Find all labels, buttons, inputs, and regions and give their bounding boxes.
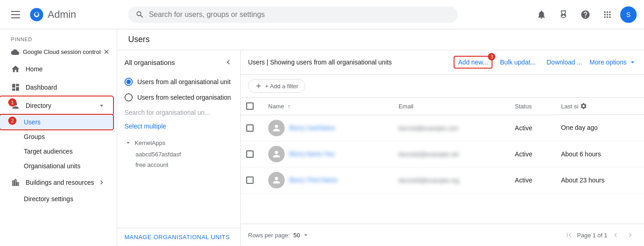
more-options-chevron-icon: [628, 58, 637, 66]
plus-icon: [255, 82, 262, 90]
rows-per-page-label: Rows per page:: [248, 232, 290, 239]
row-checkbox[interactable]: [246, 150, 254, 158]
logo-wrap[interactable]: Admin: [29, 7, 76, 22]
google-logo-icon: [29, 7, 44, 22]
sidebar-item-directory-label: Directory: [26, 102, 51, 109]
table-container: Name ↑ Email Status Last si: [241, 98, 644, 224]
all-organisations-title: All organisations: [124, 59, 175, 66]
person-avatar-icon: [271, 175, 281, 185]
hourglass-button[interactable]: [554, 5, 573, 24]
radio-selected-orgs[interactable]: Users from selected organisation: [117, 90, 240, 105]
last-signin-value: One day ago: [561, 124, 598, 131]
sidebar: PINNED Google Cloud session control ✕ Ho…: [0, 29, 117, 246]
notifications-button[interactable]: [532, 5, 551, 24]
org-sub-item-2[interactable]: free account: [135, 160, 233, 170]
org-sub: aabcd567asfdasf free account: [124, 149, 233, 170]
avatar-button[interactable]: S: [620, 6, 637, 23]
help-icon: [580, 10, 590, 20]
add-new-button[interactable]: Add new... 3: [454, 56, 492, 69]
user-name: Blurry UserName: [289, 124, 335, 131]
status-column-header[interactable]: Status: [509, 98, 556, 115]
next-page-icon: [626, 231, 634, 239]
user-avatar: [268, 120, 285, 136]
bulk-update-button[interactable]: Bulk updat...: [496, 57, 539, 68]
right-panel-header: Users | Showing users from all organisat…: [241, 50, 644, 75]
more-options-button[interactable]: More options: [590, 58, 637, 66]
row-checkbox-cell[interactable]: [241, 115, 263, 141]
status-badge: Active: [515, 176, 532, 184]
directory-badge: 1: [8, 98, 16, 107]
chevron-down-icon: [124, 139, 132, 146]
sidebar-item-buildings[interactable]: Buildings and resources: [0, 173, 113, 192]
page-title: Users: [117, 29, 644, 50]
column-settings-icon[interactable]: [580, 102, 587, 110]
email-column-header[interactable]: Email: [393, 98, 509, 115]
download-button[interactable]: Download ...: [543, 57, 586, 68]
chevron-left-icon[interactable]: [224, 58, 233, 67]
radio-all-orgs[interactable]: Users from all organisational unit: [117, 74, 240, 90]
logo-text: Admin: [48, 9, 76, 21]
user-avatar: [268, 172, 285, 188]
no-pin-icon: ✕: [103, 48, 109, 56]
session-control-text: Google Cloud session control: [23, 48, 101, 55]
sidebar-subitem-directory-settings-label: Directory settings: [24, 195, 73, 203]
rows-per-page-value: 50: [293, 232, 300, 239]
right-panel: Users | Showing users from all organisat…: [241, 50, 644, 246]
left-panel-header: All organisations: [117, 50, 240, 74]
select-multiple-btn[interactable]: Select multiple: [117, 120, 240, 133]
sidebar-subitem-target-audiences[interactable]: Target audiences: [0, 144, 113, 159]
name-label: Name: [268, 103, 284, 110]
radio-selected-label: Users from selected organisation: [137, 94, 231, 101]
user-name: Blurry Third Name: [289, 176, 337, 183]
sidebar-item-directory[interactable]: 1 Directory: [0, 96, 113, 115]
prev-page-icon: [612, 231, 620, 239]
row-checkbox[interactable]: [246, 124, 254, 132]
sidebar-subitem-org-units[interactable]: Organisational units: [0, 159, 113, 173]
org-sub-item-1[interactable]: aabcd567asfdasf: [135, 149, 233, 160]
row-checkbox-cell[interactable]: [241, 141, 263, 167]
manage-org-units-btn[interactable]: MANAGE ORGANISATIONAL UNITS: [117, 228, 240, 246]
search-bar[interactable]: [128, 6, 458, 23]
last-signin-cell: One day ago: [556, 115, 644, 141]
sidebar-item-home-label: Home: [26, 65, 43, 73]
sidebar-item-dashboard-label: Dashboard: [26, 84, 57, 91]
name-column-header[interactable]: Name ↑: [263, 98, 393, 115]
select-all-checkbox[interactable]: [246, 102, 254, 110]
more-options-label: More options: [590, 59, 627, 66]
sidebar-subitem-users[interactable]: 2 Users: [0, 115, 113, 129]
chevron-right-icon: [97, 178, 106, 187]
last-signin-cell: About 23 hours: [556, 167, 644, 193]
sidebar-subitem-target-audiences-label: Target audiences: [24, 148, 73, 155]
add-new-badge: 3: [488, 53, 495, 60]
table-row: Blurry UserName blurred@example.com Acti…: [241, 115, 644, 141]
sidebar-subitem-directory-settings[interactable]: Directory settings: [0, 192, 113, 206]
last-signin-column-header[interactable]: Last si: [556, 98, 644, 115]
sidebar-item-home[interactable]: Home: [0, 60, 113, 78]
select-all-header[interactable]: [241, 98, 263, 115]
session-control: Google Cloud session control ✕: [0, 44, 117, 60]
org-root[interactable]: KernelApps: [124, 136, 233, 149]
row-checkbox-cell[interactable]: [241, 167, 263, 193]
bell-icon: [536, 10, 547, 20]
sidebar-item-dashboard[interactable]: Dashboard: [0, 78, 113, 96]
status-cell: Active: [509, 115, 556, 141]
person-avatar-icon: [271, 123, 281, 133]
name-cell: Blurry Third Name: [263, 167, 393, 193]
search-input[interactable]: [149, 11, 450, 19]
next-page-button[interactable]: [624, 229, 637, 241]
name-cell: Blurry UserName: [263, 115, 393, 141]
prev-page-button[interactable]: [609, 229, 622, 241]
rows-per-page-select[interactable]: 50: [293, 231, 309, 239]
email-cell: blurred3@example.org: [393, 167, 509, 193]
first-page-button[interactable]: [563, 229, 575, 241]
menu-icon[interactable]: [7, 7, 24, 22]
add-filter-button[interactable]: + Add a filter: [248, 79, 305, 93]
home-icon: [11, 64, 20, 74]
left-panel-scroll: Users from all organisational unit Users…: [117, 74, 240, 228]
apps-button[interactable]: [598, 5, 617, 24]
first-page-icon: [565, 231, 573, 239]
help-button[interactable]: [576, 5, 595, 24]
row-checkbox[interactable]: [246, 176, 254, 184]
sidebar-subitem-groups[interactable]: Groups: [0, 129, 113, 144]
status-cell: Active: [509, 167, 556, 193]
